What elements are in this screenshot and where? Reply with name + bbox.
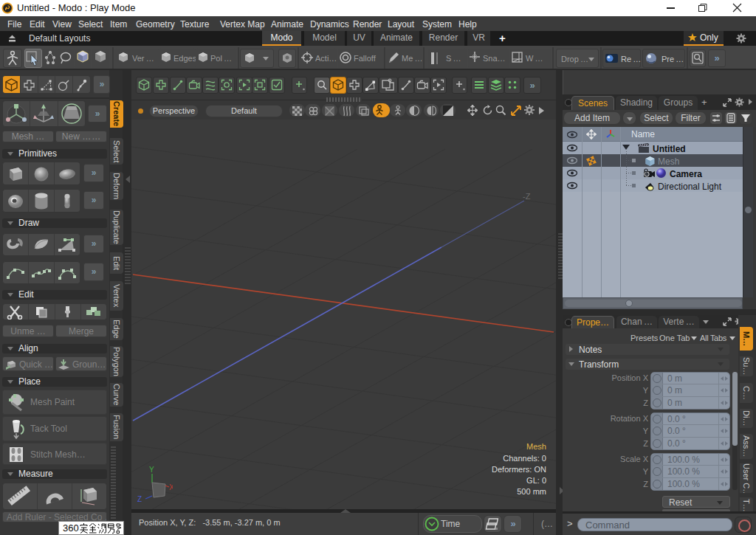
svg-text:Z: Z: [137, 495, 142, 502]
svg-text:-Z: -Z: [523, 192, 531, 201]
svg-text:Y: Y: [149, 466, 154, 474]
svg-text:X: X: [169, 483, 173, 491]
